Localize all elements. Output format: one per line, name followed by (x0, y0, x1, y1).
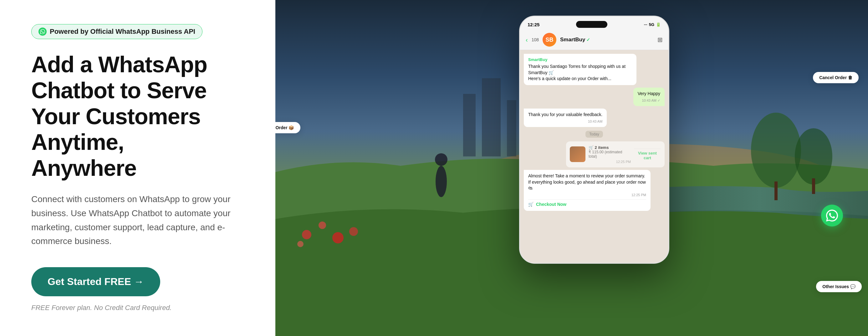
whatsapp-badge: Powered by Official WhatsApp Business AP… (31, 24, 203, 39)
svg-rect-4 (507, 100, 516, 156)
checkout-button[interactable]: 🛒 Checkout Now (528, 199, 646, 208)
whatsapp-icon (38, 28, 46, 36)
svg-point-14 (751, 113, 801, 188)
svg-point-12 (436, 166, 447, 197)
chat-header: ‹ 108 SB SmartBuy ✓ ⊞ (520, 30, 669, 50)
phone-status-bar: 12:25 ··· 5G 🔋 (520, 17, 669, 30)
svg-rect-3 (482, 78, 501, 156)
cart-message: 🛒 2 items ₹ 115.00 (estimated total) 12:… (566, 142, 664, 167)
right-panel: 12:25 ··· 5G 🔋 ‹ 108 SB SmartBuy ✓ ⊞ (275, 0, 868, 336)
phone-notch (576, 21, 607, 28)
contact-info: SmartBuy ✓ (560, 37, 654, 43)
contact-avatar: SB (542, 33, 556, 47)
svg-point-10 (297, 241, 304, 247)
svg-rect-2 (463, 94, 476, 156)
message-2: Very Happy 10:43 AM ✓ (633, 88, 664, 106)
phone-time: 12:25 (528, 22, 539, 27)
signal-indicator: 5G (649, 22, 654, 27)
message-1: SmartBuy Thank you Santiago Torres for s… (524, 54, 637, 85)
header-menu-icon: ⊞ (657, 36, 663, 43)
other-issues-chip[interactable]: Other Issues 💬 (816, 281, 862, 292)
view-cart-link[interactable]: View sent cart (634, 149, 661, 162)
contact-name: SmartBuy ✓ (560, 37, 654, 43)
cart-image (570, 146, 585, 162)
whatsapp-fab[interactable] (821, 205, 843, 226)
track-order-chip[interactable]: Track Order 📦 (275, 122, 300, 133)
cta-button-label: Get Started FREE → (48, 276, 144, 287)
chat-body: SmartBuy Thank you Santiago Torres for s… (520, 50, 669, 263)
svg-rect-17 (812, 178, 815, 194)
message-3: Thank you for your valuable feedback. 10… (524, 109, 607, 127)
svg-point-13 (435, 153, 447, 166)
badge-text: Powered by Official WhatsApp Business AP… (50, 28, 195, 36)
svg-rect-15 (774, 181, 778, 200)
description-text: Connect with customers on WhatsApp to gr… (31, 192, 244, 248)
disclaimer-text: FREE Forever plan. No Credit Card Requir… (31, 304, 244, 312)
svg-point-8 (318, 221, 326, 229)
verified-badge-icon: ✓ (586, 37, 590, 42)
back-arrow-icon: ‹ (526, 36, 528, 43)
cart-info: 🛒 2 items ₹ 115.00 (estimated total) 12:… (589, 145, 631, 164)
svg-point-9 (332, 232, 344, 243)
svg-point-11 (349, 227, 358, 236)
cancel-order-chip[interactable]: Cancel Order 🗑 (813, 72, 859, 83)
left-panel: Powered by Official WhatsApp Business AP… (0, 0, 275, 336)
date-divider: Today (585, 131, 603, 138)
status-icons: ··· 5G 🔋 (644, 22, 661, 27)
chat-count: 108 (532, 37, 539, 42)
svg-point-16 (795, 128, 832, 185)
get-started-button[interactable]: Get Started FREE → (31, 267, 160, 296)
message-final: Almost there! Take a moment to review yo… (524, 170, 651, 211)
svg-point-7 (302, 230, 311, 239)
phone-mockup: 12:25 ··· 5G 🔋 ‹ 108 SB SmartBuy ✓ ⊞ (519, 16, 669, 264)
main-heading: Add a WhatsApp Chatbot to Serve Your Cus… (31, 52, 244, 181)
